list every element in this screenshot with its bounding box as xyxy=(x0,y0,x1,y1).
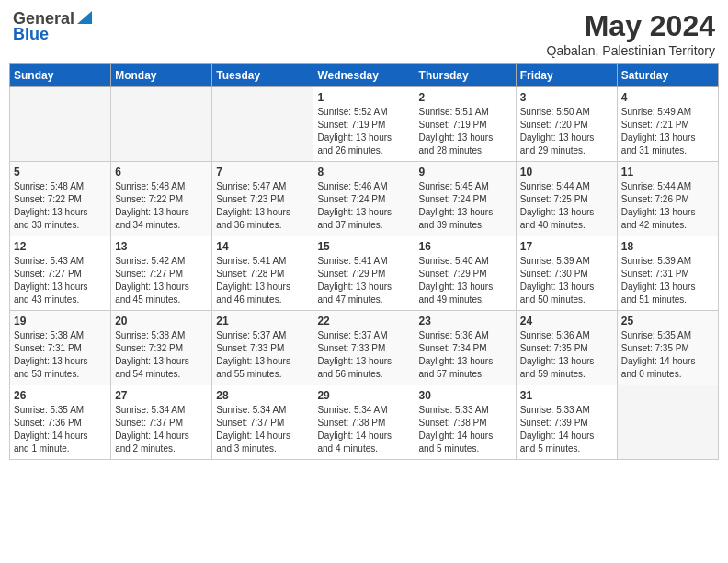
day-number: 2 xyxy=(419,91,512,104)
day-number: 21 xyxy=(216,315,309,327)
day-info: Sunrise: 5:33 AM Sunset: 7:39 PM Dayligh… xyxy=(520,404,613,455)
day-info: Sunrise: 5:39 AM Sunset: 7:30 PM Dayligh… xyxy=(520,255,613,306)
day-info: Sunrise: 5:40 AM Sunset: 7:29 PM Dayligh… xyxy=(419,255,512,306)
day-info: Sunrise: 5:34 AM Sunset: 7:37 PM Dayligh… xyxy=(115,404,208,455)
day-12: 12Sunrise: 5:43 AM Sunset: 7:27 PM Dayli… xyxy=(10,236,111,311)
day-number: 10 xyxy=(520,166,613,178)
day-info: Sunrise: 5:42 AM Sunset: 7:27 PM Dayligh… xyxy=(115,255,208,306)
day-info: Sunrise: 5:44 AM Sunset: 7:25 PM Dayligh… xyxy=(520,180,613,232)
page-header: General Blue May 2024 Qabalan, Palestini… xyxy=(9,9,719,58)
day-info: Sunrise: 5:46 AM Sunset: 7:24 PM Dayligh… xyxy=(317,180,410,232)
day-info: Sunrise: 5:37 AM Sunset: 7:33 PM Dayligh… xyxy=(317,329,410,381)
day-number: 20 xyxy=(115,315,208,327)
logo: General Blue xyxy=(13,9,92,44)
day-6: 6Sunrise: 5:48 AM Sunset: 7:22 PM Daylig… xyxy=(111,162,212,236)
day-info: Sunrise: 5:37 AM Sunset: 7:33 PM Dayligh… xyxy=(216,329,309,381)
header-row: SundayMondayTuesdayWednesdayThursdayFrid… xyxy=(10,64,719,87)
day-number: 6 xyxy=(115,166,208,178)
header-friday: Friday xyxy=(516,64,617,87)
day-number: 9 xyxy=(419,166,512,178)
header-monday: Monday xyxy=(111,64,212,87)
day-31: 31Sunrise: 5:33 AM Sunset: 7:39 PM Dayli… xyxy=(516,385,617,460)
day-9: 9Sunrise: 5:45 AM Sunset: 7:24 PM Daylig… xyxy=(415,162,516,236)
day-info: Sunrise: 5:51 AM Sunset: 7:19 PM Dayligh… xyxy=(419,106,512,157)
day-20: 20Sunrise: 5:38 AM Sunset: 7:32 PM Dayli… xyxy=(111,311,212,385)
header-tuesday: Tuesday xyxy=(212,64,313,87)
day-info: Sunrise: 5:33 AM Sunset: 7:38 PM Dayligh… xyxy=(419,404,512,455)
day-number: 29 xyxy=(317,389,410,402)
month-title: May 2024 xyxy=(547,9,715,43)
week-row-5: 26Sunrise: 5:35 AM Sunset: 7:36 PM Dayli… xyxy=(10,385,719,460)
day-info: Sunrise: 5:35 AM Sunset: 7:35 PM Dayligh… xyxy=(621,329,714,381)
empty-cell xyxy=(212,87,313,162)
day-16: 16Sunrise: 5:40 AM Sunset: 7:29 PM Dayli… xyxy=(415,236,516,311)
empty-cell xyxy=(111,87,212,162)
day-13: 13Sunrise: 5:42 AM Sunset: 7:27 PM Dayli… xyxy=(111,236,212,311)
day-11: 11Sunrise: 5:44 AM Sunset: 7:26 PM Dayli… xyxy=(617,162,718,236)
day-info: Sunrise: 5:44 AM Sunset: 7:26 PM Dayligh… xyxy=(621,180,714,232)
logo-blue: Blue xyxy=(13,25,49,44)
day-18: 18Sunrise: 5:39 AM Sunset: 7:31 PM Dayli… xyxy=(617,236,718,311)
day-21: 21Sunrise: 5:37 AM Sunset: 7:33 PM Dayli… xyxy=(212,311,313,385)
day-3: 3Sunrise: 5:50 AM Sunset: 7:20 PM Daylig… xyxy=(516,87,617,162)
day-15: 15Sunrise: 5:41 AM Sunset: 7:29 PM Dayli… xyxy=(313,236,415,311)
day-30: 30Sunrise: 5:33 AM Sunset: 7:38 PM Dayli… xyxy=(415,385,516,460)
day-number: 28 xyxy=(216,389,309,402)
day-2: 2Sunrise: 5:51 AM Sunset: 7:19 PM Daylig… xyxy=(415,87,516,162)
day-info: Sunrise: 5:38 AM Sunset: 7:31 PM Dayligh… xyxy=(14,329,107,381)
day-23: 23Sunrise: 5:36 AM Sunset: 7:34 PM Dayli… xyxy=(415,311,516,385)
day-info: Sunrise: 5:41 AM Sunset: 7:28 PM Dayligh… xyxy=(216,255,309,306)
day-number: 14 xyxy=(216,240,309,253)
day-number: 30 xyxy=(419,389,512,402)
day-info: Sunrise: 5:39 AM Sunset: 7:31 PM Dayligh… xyxy=(621,255,714,306)
day-24: 24Sunrise: 5:36 AM Sunset: 7:35 PM Dayli… xyxy=(516,311,617,385)
day-number: 3 xyxy=(520,91,613,104)
empty-cell xyxy=(10,87,111,162)
day-number: 19 xyxy=(14,315,107,327)
day-info: Sunrise: 5:45 AM Sunset: 7:24 PM Dayligh… xyxy=(419,180,512,232)
day-info: Sunrise: 5:52 AM Sunset: 7:19 PM Dayligh… xyxy=(317,106,410,157)
week-row-4: 19Sunrise: 5:38 AM Sunset: 7:31 PM Dayli… xyxy=(10,311,719,385)
day-number: 23 xyxy=(419,315,512,327)
day-info: Sunrise: 5:43 AM Sunset: 7:27 PM Dayligh… xyxy=(14,255,107,306)
day-number: 16 xyxy=(419,240,512,253)
day-info: Sunrise: 5:47 AM Sunset: 7:23 PM Dayligh… xyxy=(216,180,309,232)
day-info: Sunrise: 5:34 AM Sunset: 7:37 PM Dayligh… xyxy=(216,404,309,455)
day-25: 25Sunrise: 5:35 AM Sunset: 7:35 PM Dayli… xyxy=(617,311,718,385)
day-number: 7 xyxy=(216,166,309,178)
day-5: 5Sunrise: 5:48 AM Sunset: 7:22 PM Daylig… xyxy=(10,162,111,236)
day-number: 12 xyxy=(14,240,107,253)
day-10: 10Sunrise: 5:44 AM Sunset: 7:25 PM Dayli… xyxy=(516,162,617,236)
day-info: Sunrise: 5:38 AM Sunset: 7:32 PM Dayligh… xyxy=(115,329,208,381)
day-info: Sunrise: 5:35 AM Sunset: 7:36 PM Dayligh… xyxy=(14,404,107,455)
day-19: 19Sunrise: 5:38 AM Sunset: 7:31 PM Dayli… xyxy=(10,311,111,385)
day-info: Sunrise: 5:48 AM Sunset: 7:22 PM Dayligh… xyxy=(115,180,208,232)
day-4: 4Sunrise: 5:49 AM Sunset: 7:21 PM Daylig… xyxy=(617,87,718,162)
location: Qabalan, Palestinian Territory xyxy=(547,43,715,58)
calendar-table: SundayMondayTuesdayWednesdayThursdayFrid… xyxy=(9,63,719,460)
day-number: 13 xyxy=(115,240,208,253)
day-number: 15 xyxy=(317,240,410,253)
day-info: Sunrise: 5:41 AM Sunset: 7:29 PM Dayligh… xyxy=(317,255,410,306)
day-info: Sunrise: 5:49 AM Sunset: 7:21 PM Dayligh… xyxy=(621,106,714,157)
day-26: 26Sunrise: 5:35 AM Sunset: 7:36 PM Dayli… xyxy=(10,385,111,460)
day-28: 28Sunrise: 5:34 AM Sunset: 7:37 PM Dayli… xyxy=(212,385,313,460)
day-14: 14Sunrise: 5:41 AM Sunset: 7:28 PM Dayli… xyxy=(212,236,313,311)
day-number: 31 xyxy=(520,389,613,402)
day-17: 17Sunrise: 5:39 AM Sunset: 7:30 PM Dayli… xyxy=(516,236,617,311)
day-1: 1Sunrise: 5:52 AM Sunset: 7:19 PM Daylig… xyxy=(313,87,415,162)
header-wednesday: Wednesday xyxy=(313,64,415,87)
day-7: 7Sunrise: 5:47 AM Sunset: 7:23 PM Daylig… xyxy=(212,162,313,236)
day-info: Sunrise: 5:36 AM Sunset: 7:35 PM Dayligh… xyxy=(520,329,613,381)
day-info: Sunrise: 5:48 AM Sunset: 7:22 PM Dayligh… xyxy=(14,180,107,232)
day-info: Sunrise: 5:36 AM Sunset: 7:34 PM Dayligh… xyxy=(419,329,512,381)
day-number: 17 xyxy=(520,240,613,253)
logo-arrow xyxy=(77,11,92,28)
day-number: 26 xyxy=(14,389,107,402)
header-thursday: Thursday xyxy=(415,64,516,87)
day-number: 4 xyxy=(621,91,714,104)
day-number: 24 xyxy=(520,315,613,327)
day-number: 25 xyxy=(621,315,714,327)
week-row-2: 5Sunrise: 5:48 AM Sunset: 7:22 PM Daylig… xyxy=(10,162,719,236)
header-saturday: Saturday xyxy=(617,64,718,87)
